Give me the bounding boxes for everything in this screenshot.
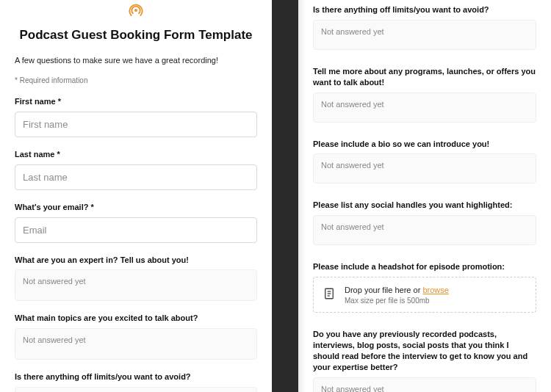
upload-text-wrap: Drop your file here or browse Max size p…: [345, 285, 449, 305]
upload-maxsize: Max size per file is 500mb: [345, 297, 449, 305]
input-avoid-right[interactable]: Not answered yet: [313, 20, 536, 50]
label-first-name: First name *: [15, 96, 257, 107]
input-email[interactable]: [15, 217, 257, 243]
label-headshot: Please include a headshot for episode pr…: [313, 261, 536, 272]
required-note: * Required information: [15, 76, 257, 84]
field-email: What's your email? *: [15, 202, 257, 243]
field-bio: Please include a bio so we can introduce…: [313, 139, 536, 184]
input-bio[interactable]: Not answered yet: [313, 153, 536, 184]
field-programs: Tell me more about any programs, launche…: [313, 66, 536, 123]
label-expert: What are you an expert in? Tell us about…: [15, 255, 257, 266]
input-first-name[interactable]: [15, 112, 257, 137]
field-avoid-right: Is there anything off limits/you want to…: [313, 4, 536, 50]
browse-link[interactable]: browse: [422, 286, 448, 294]
input-last-name[interactable]: [15, 164, 257, 190]
upload-drop-text: Drop your file here or: [345, 286, 422, 294]
label-bio: Please include a bio so we can introduce…: [313, 139, 536, 150]
field-first-name: First name *: [15, 96, 257, 137]
input-socials[interactable]: Not answered yet: [313, 215, 536, 245]
input-expert[interactable]: Not answered yet: [15, 269, 257, 301]
field-last-name: Last name *: [15, 149, 257, 190]
label-previous: Do you have any previously recorded podc…: [313, 329, 536, 372]
svg-point-0: [134, 9, 137, 12]
podcast-icon: [128, 3, 144, 22]
label-socials: Please list any social handles you want …: [313, 200, 536, 211]
field-previous: Do you have any previously recorded podc…: [313, 329, 536, 392]
label-last-name: Last name *: [15, 149, 257, 160]
upload-dropzone[interactable]: Drop your file here or browse Max size p…: [313, 277, 536, 313]
field-socials: Please list any social handles you want …: [313, 200, 536, 245]
input-avoid-left[interactable]: Not answered yet: [15, 387, 257, 392]
podcast-icon-wrap: [15, 3, 257, 22]
right-panel: Is there anything off limits/you want to…: [298, 0, 551, 392]
form-title: Podcast Guest Booking Form Template: [15, 28, 257, 43]
label-topics: What main topics are you excited to talk…: [15, 313, 257, 324]
file-icon: [323, 287, 336, 303]
input-programs[interactable]: Not answered yet: [313, 92, 536, 123]
label-avoid-right: Is there anything off limits/you want to…: [313, 4, 536, 15]
panel-divider: [272, 0, 298, 392]
field-expert: What are you an expert in? Tell us about…: [15, 255, 257, 302]
left-panel: Podcast Guest Booking Form Template A fe…: [0, 0, 272, 392]
field-avoid-left: Is there anything off limits/you want to…: [15, 371, 257, 392]
label-avoid-left: Is there anything off limits/you want to…: [15, 371, 257, 382]
label-email: What's your email? *: [15, 202, 257, 213]
input-previous[interactable]: Not answered yet: [313, 377, 536, 392]
field-headshot: Please include a headshot for episode pr…: [313, 261, 536, 313]
upload-text: Drop your file here or browse: [345, 285, 449, 296]
intro-text: A few questions to make sure we have a g…: [15, 56, 257, 65]
label-programs: Tell me more about any programs, launche…: [313, 66, 536, 88]
field-topics: What main topics are you excited to talk…: [15, 313, 257, 360]
input-topics[interactable]: Not answered yet: [15, 328, 257, 360]
